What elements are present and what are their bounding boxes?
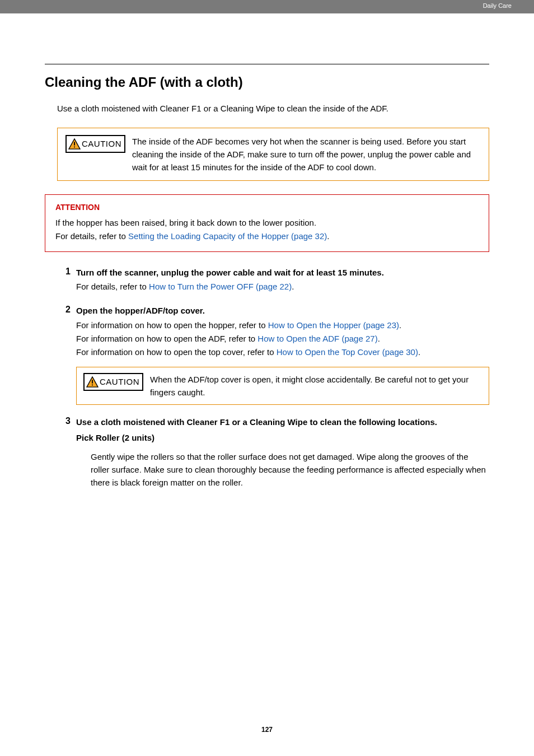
sub-heading: Pick Roller (2 units): [76, 431, 489, 445]
caution-badge: CAUTION: [83, 373, 143, 391]
step1-post: .: [292, 282, 294, 291]
step1-pre: For details, refer to: [76, 282, 149, 291]
attention-box: ATTENTION If the hopper has been raised,…: [45, 194, 489, 252]
step-3: 3 Use a cloth moistened with Cleaner F1 …: [57, 416, 489, 489]
attention-body: If the hopper has been raised, bring it …: [55, 216, 479, 242]
attention-line2-post: .: [327, 231, 329, 241]
caution-box-main: CAUTION The inside of the ADF becomes ve…: [57, 128, 489, 181]
caution-box-step2: CAUTION When the ADF/top cover is open, …: [76, 367, 489, 405]
step-text: For details, refer to How to Turn the Po…: [76, 280, 489, 293]
step1-link[interactable]: How to Turn the Power OFF (page 22): [149, 282, 292, 291]
s2l1-post: .: [399, 320, 401, 330]
step-title: Use a cloth moistened with Cleaner F1 or…: [76, 416, 489, 429]
caution-text: When the ADF/top cover is open, it might…: [150, 373, 482, 399]
step-text: Pick Roller (2 units) Gently wipe the ro…: [76, 431, 489, 489]
caution-label: CAUTION: [100, 377, 139, 386]
step-title: Open the hopper/ADF/top cover.: [76, 305, 489, 318]
step-2: 2 Open the hopper/ADF/top cover. For inf…: [57, 305, 489, 405]
step-number: 3: [57, 416, 71, 489]
title-rule: [45, 64, 489, 64]
attention-line2-pre: For details, refer to: [55, 231, 128, 241]
caution-badge: CAUTION: [65, 135, 125, 153]
step-title: Turn off the scanner, unplug the power c…: [76, 267, 489, 279]
svg-rect-5: [92, 384, 93, 385]
sub-body: Gently wipe the rollers so that the roll…: [91, 450, 489, 489]
s2l1-pre: For information on how to open the hoppe…: [76, 320, 268, 330]
s2l1-link[interactable]: How to Open the Hopper (page 23): [268, 320, 399, 330]
page-title: Cleaning the ADF (with a cloth): [45, 74, 489, 90]
page-number: 127: [0, 726, 534, 734]
s2l2-pre: For information on how to open the ADF, …: [76, 334, 257, 343]
header-bar: Daily Care: [0, 0, 534, 13]
warning-triangle-icon: [68, 138, 81, 150]
svg-rect-2: [74, 146, 75, 147]
s2l2-post: .: [378, 334, 380, 343]
step-number: 2: [57, 305, 71, 405]
step-text: For information on how to open the hoppe…: [76, 319, 489, 359]
intro-text: Use a cloth moistened with Cleaner F1 or…: [57, 102, 489, 115]
step-1: 1 Turn off the scanner, unplug the power…: [57, 267, 489, 294]
s2l2-link[interactable]: How to Open the ADF (page 27): [257, 334, 377, 343]
step-number: 1: [57, 267, 71, 294]
s2l3-post: .: [418, 347, 420, 357]
attention-link[interactable]: Setting the Loading Capacity of the Hopp…: [128, 231, 327, 241]
warning-triangle-icon: [86, 376, 99, 388]
breadcrumb: Daily Care: [483, 2, 512, 9]
s2l3-link[interactable]: How to Open the Top Cover (page 30): [277, 347, 418, 357]
svg-rect-1: [74, 142, 75, 145]
caution-label: CAUTION: [82, 139, 121, 148]
s2l3-pre: For information on how to open the top c…: [76, 347, 277, 357]
attention-title: ATTENTION: [55, 203, 479, 212]
page-content: Cleaning the ADF (with a cloth) Use a cl…: [0, 13, 534, 489]
svg-rect-4: [92, 380, 93, 383]
attention-line1: If the hopper has been raised, bring it …: [55, 218, 316, 227]
caution-text: The inside of the ADF becomes very hot w…: [132, 135, 481, 174]
